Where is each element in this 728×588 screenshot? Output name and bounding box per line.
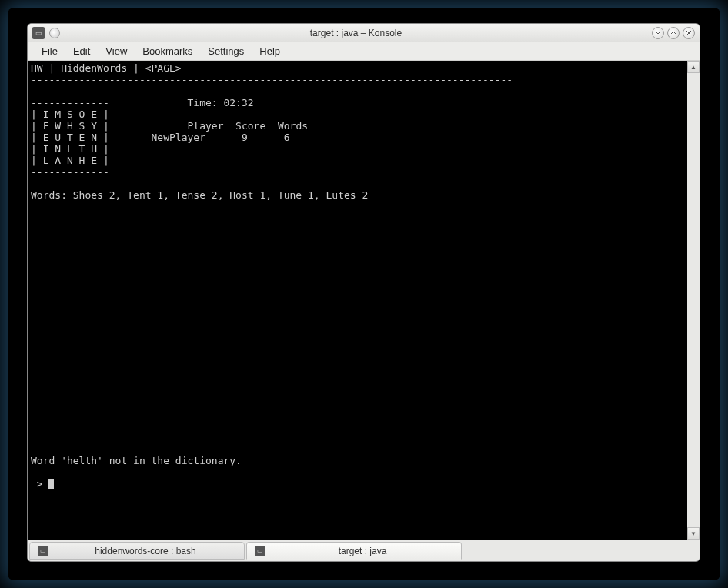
cursor-icon	[48, 479, 54, 489]
menu-file[interactable]: File	[34, 44, 65, 58]
grid-row: | F W H S Y |	[31, 120, 109, 132]
prompt: >	[31, 478, 48, 489]
close-button[interactable]	[683, 27, 695, 39]
scroll-track[interactable]	[687, 73, 700, 527]
menu-bookmarks[interactable]: Bookmarks	[135, 44, 200, 58]
terminal-icon: ▭	[255, 546, 265, 556]
scroll-down-button[interactable]: ▼	[687, 527, 700, 540]
term-divider: ----------------------------------------…	[31, 74, 513, 85]
term-header: HW | HiddenWords | <PAGE>	[31, 62, 182, 74]
tab-target-java[interactable]: ▭ target : java	[246, 542, 462, 560]
menu-view[interactable]: View	[98, 44, 135, 58]
tab-hiddenwords-core[interactable]: ▭ hiddenwords-core : bash	[29, 542, 245, 560]
titlebar[interactable]: ▭ target : java – Konsole	[28, 24, 700, 42]
grid-border-top: -------------	[31, 97, 109, 109]
app-icon: ▭	[32, 27, 45, 39]
konsole-window: ▭ target : java – Konsole File Edit View…	[27, 23, 700, 562]
maximize-button[interactable]	[667, 27, 680, 39]
score-row: NewPlayer 9 6	[152, 132, 290, 143]
grid-border-bottom: -------------	[31, 166, 109, 178]
window-title: target : java – Konsole	[63, 28, 649, 38]
words-line: Words: Shoes 2, Tent 1, Tense 2, Host 1,…	[31, 189, 368, 201]
pin-button[interactable]	[49, 28, 60, 38]
terminal-area: HW | HiddenWords | <PAGE> --------------…	[28, 61, 700, 540]
error-line: Word 'helth' not in the dictionary.	[31, 455, 242, 466]
grid-row: | E U T E N |	[31, 132, 109, 143]
minimize-button[interactable]	[652, 27, 664, 39]
tab-label: target : java	[272, 546, 453, 556]
time-label: Time: 02:32	[188, 97, 254, 109]
tab-label: hiddenwords-core : bash	[55, 546, 236, 556]
grid-row: | I N L T H |	[31, 143, 109, 155]
grid-row: | L A N H E |	[31, 155, 109, 166]
menu-help[interactable]: Help	[252, 44, 288, 58]
menubar: File Edit View Bookmarks Settings Help	[28, 42, 700, 61]
scroll-up-button[interactable]: ▲	[687, 61, 700, 73]
score-header: Player Score Words	[188, 120, 309, 132]
grid-row: | I M S O E |	[31, 109, 109, 120]
terminal-icon: ▭	[38, 546, 48, 556]
menu-settings[interactable]: Settings	[200, 44, 252, 58]
term-divider: ----------------------------------------…	[31, 466, 513, 478]
terminal[interactable]: HW | HiddenWords | <PAGE> --------------…	[28, 61, 687, 540]
tabbar: ▭ hiddenwords-core : bash ▭ target : jav…	[28, 540, 700, 561]
menu-edit[interactable]: Edit	[65, 44, 98, 58]
scrollbar[interactable]: ▲ ▼	[687, 61, 700, 540]
